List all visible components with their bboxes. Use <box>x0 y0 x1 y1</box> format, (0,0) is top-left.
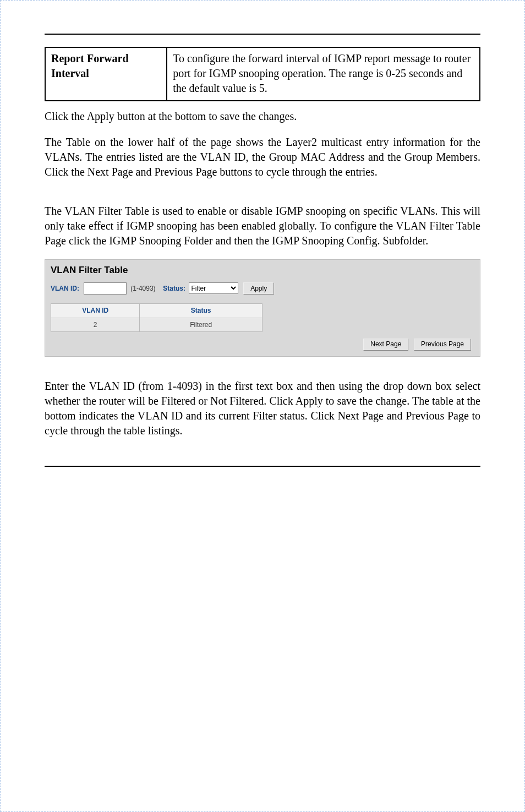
panel-footer: Next Page Previous Page <box>45 334 480 351</box>
cell-vlan-id: 2 <box>51 318 140 331</box>
panel-title: VLAN Filter Table <box>45 260 480 282</box>
definition-table: Report Forward Interval To configure the… <box>45 47 480 101</box>
term-cell: Report Forward Interval <box>45 47 167 101</box>
vlan-id-range-hint: (1-4093) <box>130 285 155 292</box>
paragraph-usage-instructions: Enter the VLAN ID (from 1-4093) in the f… <box>45 379 480 438</box>
paragraph-table-description: The Table on the lower half of the page … <box>45 135 480 179</box>
vlan-id-input[interactable] <box>84 282 127 295</box>
col-vlan-id-header: VLAN ID <box>51 304 140 318</box>
table-header-row: VLAN ID Status <box>51 304 262 318</box>
next-page-button[interactable]: Next Page <box>363 339 408 351</box>
vlan-filter-panel: VLAN Filter Table VLAN ID: (1-4093) Stat… <box>45 259 480 357</box>
definition-cell: To configure the forward interval of IGM… <box>167 47 480 101</box>
result-table: VLAN ID Status 2 Filtered <box>51 303 262 331</box>
table-row: 2 Filtered <box>51 318 262 331</box>
apply-button[interactable]: Apply <box>243 282 274 295</box>
previous-page-button[interactable]: Previous Page <box>414 339 471 351</box>
result-table-wrap: VLAN ID Status 2 Filtered <box>45 303 480 334</box>
col-status-header: Status <box>140 304 262 318</box>
paragraph-apply-note: Click the Apply button at the bottom to … <box>45 109 480 124</box>
paragraph-vlan-filter-intro: The VLAN Filter Table is used to enable … <box>45 204 480 248</box>
bottom-horizontal-rule <box>45 466 480 467</box>
status-dropdown[interactable]: Filter <box>189 282 238 294</box>
table-row: Report Forward Interval To configure the… <box>45 47 480 101</box>
vlan-id-label: VLAN ID: <box>51 285 79 292</box>
status-label: Status: <box>163 285 185 292</box>
top-horizontal-rule <box>45 34 480 35</box>
cell-status: Filtered <box>140 318 262 331</box>
filter-controls-row: VLAN ID: (1-4093) Status: Filter Apply <box>45 282 480 304</box>
